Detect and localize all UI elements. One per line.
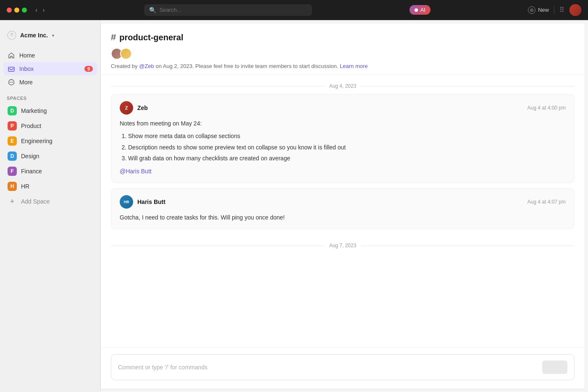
traffic-lights [7, 8, 27, 13]
message-list-1: Show more meta data on collapse sections… [120, 131, 566, 163]
message-author-row-1: Z Zeb [120, 101, 148, 115]
close-button[interactable] [7, 8, 12, 13]
haris-avatar[interactable]: HB [120, 195, 133, 209]
user-avatar-img [570, 4, 581, 16]
more-icon [8, 78, 15, 86]
inbox-badge: 9 [84, 66, 93, 72]
engineering-space-icon: E [8, 136, 17, 146]
comment-box[interactable]: Comment or type '/' for commands [111, 354, 575, 380]
add-space-label: Add Space [21, 198, 50, 205]
topbar-divider [554, 6, 554, 14]
sidebar-item-more-label: More [19, 79, 33, 86]
haris-avatar-face: HB [120, 195, 133, 209]
grid-icon[interactable]: ⠿ [559, 6, 564, 14]
sidebar-item-finance[interactable]: F Finance [3, 164, 97, 179]
date-divider-aug7: Aug 7, 2023 [111, 234, 575, 253]
description-middle: on Aug 2, 2023. Please feel free to invi… [154, 63, 340, 69]
spaces-list: D Marketing P Product E Engineering D De… [0, 103, 100, 194]
message-author-row-2: HB Haris Butt [120, 195, 165, 209]
channel-avatars [111, 48, 575, 60]
sidebar-item-inbox-label: Inbox [19, 65, 34, 72]
product-label: Product [21, 123, 41, 129]
product-space-icon: P [8, 121, 17, 131]
comment-placeholder[interactable]: Comment or type '/' for commands [118, 364, 207, 371]
svg-point-1 [10, 34, 13, 37]
list-item-2: Description needs to show some preview t… [128, 143, 566, 152]
hr-label: HR [21, 183, 29, 190]
sidebar-item-design[interactable]: D Design [3, 149, 97, 164]
design-label: Design [21, 153, 39, 159]
workspace-logo-icon [7, 30, 17, 40]
svg-point-6 [12, 82, 13, 83]
date-line-right [361, 86, 575, 86]
sidebar-item-marketing[interactable]: D Marketing [3, 103, 97, 118]
messages-area: Aug 4, 2023 Z Zeb Aug 4 at 4:00 pm Notes… [101, 75, 585, 347]
marketing-label: Marketing [21, 107, 47, 114]
design-space-icon: D [8, 152, 17, 161]
sidebar-item-home[interactable]: Home [3, 49, 97, 62]
sidebar-item-product[interactable]: P Product [3, 118, 97, 133]
user-avatar[interactable] [570, 4, 581, 16]
add-space-button[interactable]: + Add Space [3, 194, 97, 209]
home-icon [8, 52, 15, 59]
channel-header: # product-general Created by @Zeb on Aug… [101, 24, 585, 75]
new-icon: ⊕ [528, 6, 536, 14]
sidebar-item-inbox[interactable]: Inbox 9 [3, 62, 97, 76]
content-area: # product-general Created by @Zeb on Aug… [101, 24, 585, 389]
channel-title: product-general [119, 33, 183, 42]
description-prefix: Created by [111, 63, 139, 69]
maximize-button[interactable] [22, 8, 27, 13]
finance-space-icon: F [8, 167, 17, 176]
date-line-left-2 [111, 246, 324, 246]
message-intro-1: Notes from meeting on May 24: [120, 119, 566, 128]
workspace-header[interactable]: Acme Inc. ▾ [0, 27, 100, 47]
search-bar[interactable]: 🔍 [144, 4, 312, 16]
message-mention-1[interactable]: @Haris Butt [120, 168, 152, 175]
date-label-aug4: Aug 4, 2023 [329, 83, 357, 89]
zeb-avatar[interactable]: Z [120, 101, 133, 115]
sidebar-item-hr[interactable]: H HR [3, 179, 97, 194]
svg-point-5 [11, 82, 12, 83]
forward-arrow[interactable]: › [41, 5, 46, 15]
message-time-2: Aug 4 at 4:07 pm [528, 199, 566, 205]
nav-arrows: ‹ › [34, 5, 47, 15]
learn-more-link[interactable]: Learn more [340, 63, 368, 69]
new-button[interactable]: ⊕ New [528, 6, 549, 14]
comment-submit-button[interactable] [542, 361, 567, 374]
channel-member-avatar-2[interactable] [120, 48, 132, 60]
message-body-2: Gotcha, I need to create tasks for this.… [120, 213, 566, 222]
hash-icon: # [111, 32, 116, 43]
date-label-aug7: Aug 7, 2023 [329, 243, 357, 248]
workspace-chevron-icon: ▾ [52, 33, 54, 38]
minimize-button[interactable] [14, 8, 19, 13]
channel-title-row: # product-general [111, 32, 575, 43]
ai-dot-icon [415, 8, 418, 12]
ai-button[interactable]: AI [410, 5, 430, 15]
svg-point-4 [10, 82, 10, 83]
sidebar-nav: Home Inbox 9 More [0, 47, 100, 91]
message-author-1: Zeb [137, 105, 148, 111]
date-line-right-2 [361, 246, 575, 246]
sidebar-item-engineering[interactable]: E Engineering [3, 133, 97, 149]
new-label: New [538, 7, 549, 13]
topbar-right: ⊕ New ⠿ [528, 4, 581, 16]
message-time-1: Aug 4 at 4:00 pm [528, 105, 566, 111]
message-author-2: Haris Butt [137, 199, 165, 205]
finance-label: Finance [21, 168, 42, 175]
search-icon: 🔍 [149, 7, 156, 13]
back-arrow[interactable]: ‹ [34, 5, 39, 15]
main-layout: Acme Inc. ▾ Home Inbox 9 More [0, 20, 588, 392]
message-body-1: Notes from meeting on May 24: Show more … [120, 119, 566, 176]
list-item-1: Show more meta data on collapse sections [128, 131, 566, 141]
workspace-name: Acme Inc. [20, 32, 48, 39]
search-input[interactable] [160, 7, 307, 13]
add-space-icon: + [8, 197, 17, 206]
spaces-header: Spaces [0, 91, 100, 103]
description-author[interactable]: @Zeb [139, 63, 154, 69]
engineering-label: Engineering [21, 138, 52, 144]
message-card-2: HB Haris Butt Aug 4 at 4:07 pm Gotcha, I… [111, 188, 575, 229]
sidebar-item-more[interactable]: More [3, 76, 97, 89]
comment-area: Comment or type '/' for commands [101, 347, 585, 389]
list-item-3: Will grab data on how many checklists ar… [128, 154, 566, 163]
sidebar: Acme Inc. ▾ Home Inbox 9 More [0, 20, 101, 392]
